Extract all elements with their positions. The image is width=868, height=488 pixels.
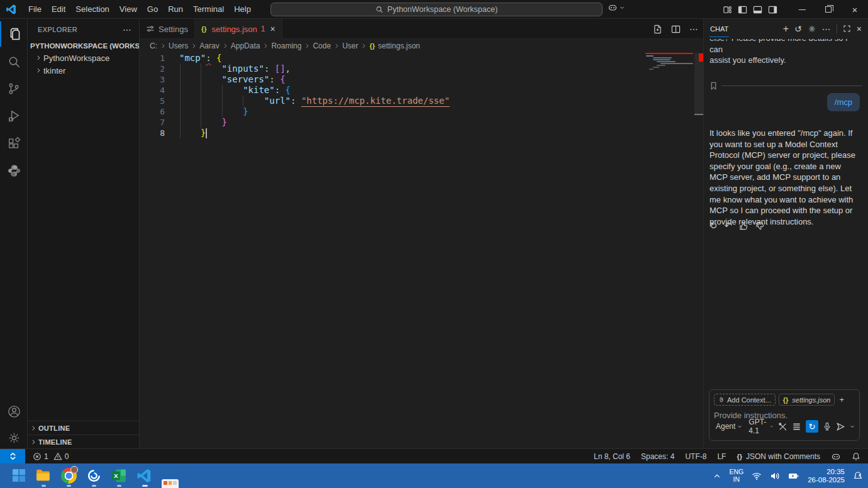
breadcrumb-item[interactable]: Roaming <box>271 42 301 50</box>
code-line[interactable]: 2 "inputs": [], <box>140 64 703 74</box>
menu-file[interactable]: File <box>23 3 47 16</box>
tree-item-pythonworkspace[interactable]: PythonWorkspace <box>28 52 139 64</box>
send-icon[interactable] <box>836 422 845 431</box>
window-minimize-button[interactable] <box>789 0 815 19</box>
activity-run-debug-button[interactable] <box>0 103 28 128</box>
wifi-icon[interactable] <box>752 471 762 481</box>
tab-settings-json[interactable]: {} settings.json 1 × <box>195 19 282 39</box>
encoding-button[interactable]: UTF-8 <box>685 452 706 461</box>
command-center-search[interactable]: PythonWorkspace (Workspace) <box>270 3 603 16</box>
battery-icon[interactable] <box>788 472 799 480</box>
new-chat-button[interactable]: + <box>783 23 789 35</box>
scrollbar-slider[interactable] <box>694 53 703 115</box>
start-button[interactable] <box>10 467 28 484</box>
menu-view[interactable]: View <box>114 3 142 16</box>
menu-edit[interactable]: Edit <box>47 3 70 16</box>
accounts-button[interactable] <box>0 399 28 424</box>
sync-loop-button[interactable]: ↻ <box>806 420 818 433</box>
add-context-button[interactable]: Add Context... <box>714 394 776 406</box>
chat-history-icon[interactable]: ↺ <box>794 24 802 34</box>
editor-more-actions-button[interactable]: ⋯ <box>689 24 698 34</box>
add-attachment-button[interactable]: + <box>839 395 844 404</box>
code-line[interactable]: 1"mcp": { <box>140 53 703 64</box>
breadcrumb-item[interactable]: Aarav <box>199 42 219 50</box>
menu-run[interactable]: Run <box>163 3 188 16</box>
activity-extensions-button[interactable] <box>0 131 28 156</box>
activity-explorer-button[interactable] <box>0 21 28 47</box>
chat-title-tab[interactable]: CHAT <box>709 20 729 37</box>
copilot-menu-button[interactable] <box>608 3 625 13</box>
menu-help[interactable]: Help <box>229 3 256 16</box>
maximize-panel-icon[interactable] <box>843 25 851 33</box>
toggle-secondary-sidebar-icon[interactable] <box>768 5 777 14</box>
tree-item-tkinter[interactable]: tkinter <box>28 64 139 77</box>
language-indicator[interactable]: ENG IN <box>729 469 743 483</box>
vscode-taskbar-button[interactable] <box>135 467 153 484</box>
close-panel-icon[interactable]: × <box>857 24 862 34</box>
list-icon[interactable] <box>792 422 801 431</box>
menu-go[interactable]: Go <box>142 3 163 16</box>
workspace-root-folder[interactable]: PYTHONWORKSPACE (WORKSP... <box>28 40 139 52</box>
split-editor-icon[interactable] <box>671 25 681 34</box>
language-mode-button[interactable]: {} JSON with Comments <box>737 452 820 461</box>
breadcrumb-item[interactable]: AppData <box>231 42 260 50</box>
chrome-taskbar-button[interactable] <box>60 467 77 484</box>
code-line[interactable]: 6 } <box>140 106 703 117</box>
manage-settings-button[interactable] <box>0 425 28 450</box>
remote-indicator-button[interactable] <box>0 449 25 464</box>
activity-python-button[interactable] <box>0 158 28 183</box>
code-line[interactable]: 7 } <box>140 117 703 128</box>
chat-more-actions-button[interactable]: ⋯ <box>822 24 831 34</box>
bookmark-icon[interactable] <box>709 82 718 90</box>
toggle-primary-sidebar-icon[interactable] <box>738 5 747 14</box>
breadcrumb-item[interactable]: {}settings.json <box>369 42 420 50</box>
section-timeline[interactable]: TIMELINE <box>28 435 140 448</box>
explorer-more-actions-button[interactable]: ⋯ <box>123 25 131 35</box>
window-restore-button[interactable] <box>815 0 842 19</box>
notification-center-icon[interactable] <box>853 471 863 481</box>
chat-input-box[interactable]: Add Context... {} settings.json + Provid… <box>709 389 860 441</box>
notifications-bell-icon[interactable] <box>852 452 860 461</box>
tools-icon[interactable] <box>778 422 787 431</box>
open-changes-icon[interactable] <box>653 25 662 34</box>
code-line[interactable]: 4 "kite": { <box>140 85 703 96</box>
problems-status-button[interactable]: 1 0 <box>33 452 69 461</box>
excel-taskbar-button[interactable]: X <box>110 467 128 484</box>
editor-scrollbar[interactable] <box>694 53 703 448</box>
menu-selection[interactable]: Selection <box>70 3 114 16</box>
window-close-button[interactable]: × <box>842 0 868 19</box>
model-picker-dropdown[interactable]: GPT-4.1 <box>747 416 776 436</box>
indentation-button[interactable]: Spaces: 4 <box>641 452 674 461</box>
toggle-panel-icon[interactable] <box>753 5 762 14</box>
speaker-icon[interactable] <box>770 471 780 481</box>
minimap[interactable] <box>645 53 694 128</box>
chat-mode-dropdown[interactable]: Agent <box>714 421 744 432</box>
code-line[interactable]: 5 "url": "https://mcp.kite.trade/sse" <box>140 96 703 106</box>
code-line[interactable]: 3 "servers": { <box>140 74 703 85</box>
eol-button[interactable]: LF <box>717 452 726 461</box>
code-editor[interactable]: 1"mcp": {2 "inputs": [],3 "servers": {4 … <box>140 53 703 448</box>
activity-search-button[interactable] <box>0 49 28 74</box>
blue-swirl-app-taskbar-button[interactable] <box>85 467 103 484</box>
activity-source-control-button[interactable] <box>0 76 28 101</box>
microphone-icon[interactable] <box>823 422 832 431</box>
thumbs-down-icon[interactable] <box>755 221 765 231</box>
tray-chevron-up-icon[interactable] <box>713 472 721 480</box>
breadcrumb-item[interactable]: User <box>342 42 358 50</box>
section-outline[interactable]: OUTLINE <box>28 421 140 435</box>
code-line[interactable]: 8 } <box>140 128 703 138</box>
chevron-down-icon[interactable] <box>850 424 855 429</box>
cursor-position-button[interactable]: Ln 8, Col 6 <box>594 452 630 461</box>
breadcrumb-item[interactable]: C: <box>150 42 157 50</box>
tab-settings[interactable]: Settings <box>140 19 195 39</box>
taskbar-preview-popup[interactable] <box>162 479 179 488</box>
copilot-status-icon[interactable] <box>831 452 841 462</box>
file-explorer-taskbar-button[interactable] <box>35 467 52 484</box>
tab-close-button[interactable]: × <box>270 24 275 34</box>
rerun-icon[interactable]: ↻ <box>709 220 718 231</box>
customize-layout-icon[interactable] <box>723 5 732 14</box>
context-file-chip[interactable]: {} settings.json <box>779 394 835 406</box>
gear-icon[interactable] <box>808 25 816 33</box>
clock[interactable]: 20:35 26-08-2025 <box>808 468 845 484</box>
breadcrumb-item[interactable]: Users <box>169 42 188 50</box>
